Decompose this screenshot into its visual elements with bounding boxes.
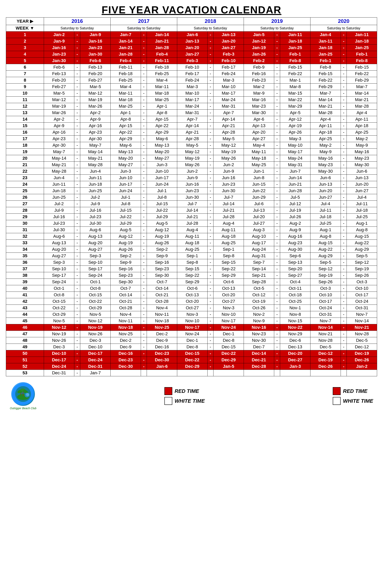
- date-start: Jan-26: [244, 51, 274, 58]
- date-start: Oct-3: [310, 285, 340, 292]
- date-separator: -: [340, 246, 346, 253]
- table-row: 3Jan-16-Jan-23Jan-21-Jan-28Jan-20-Jan-27…: [6, 44, 377, 51]
- date-end: Dec-8: [213, 337, 244, 344]
- date-separator: -: [207, 38, 213, 44]
- date-separator: -: [141, 175, 147, 181]
- date-start: Mar-9: [244, 90, 274, 97]
- date-separator: -: [340, 149, 346, 155]
- date-end: Nov-24: [213, 324, 244, 331]
- date-end: Jul-28: [213, 214, 244, 220]
- date-end: Mar-26: [80, 103, 111, 110]
- date-separator: -: [340, 292, 346, 298]
- date-start: Jul-15: [111, 207, 141, 214]
- logo-area: Outrigger Beach Club: [10, 382, 37, 410]
- date-separator: -: [207, 175, 213, 181]
- svg-point-9: [26, 393, 29, 396]
- date-separator: -: [274, 318, 280, 324]
- date-end: May-6: [147, 136, 177, 142]
- date-separator: -: [274, 214, 280, 220]
- date-end: Jul-5: [280, 194, 310, 201]
- date-end: Dec-24: [80, 357, 111, 363]
- date-start: Jul-28: [177, 220, 208, 227]
- date-start: Feb-27: [44, 84, 74, 90]
- date-separator: -: [74, 44, 80, 51]
- date-end: May-23: [347, 155, 377, 162]
- date-separator: -: [207, 84, 213, 90]
- date-end: Jul-2: [80, 194, 111, 201]
- date-separator: -: [207, 318, 213, 324]
- date-end: Nov-7: [347, 311, 377, 318]
- date-start: Nov-5: [44, 318, 74, 324]
- date-separator: -: [74, 207, 80, 214]
- date-separator: -: [141, 344, 147, 350]
- date-start: Nov-12: [44, 324, 74, 331]
- date-separator: -: [141, 44, 147, 51]
- date-separator: -: [141, 259, 147, 266]
- date-start: Aug-29: [310, 253, 340, 259]
- date-end: Dec-16: [147, 344, 177, 350]
- sub-header-2019: Saturday to Saturday: [244, 25, 310, 32]
- date-end: Mar-3: [213, 77, 244, 84]
- date-start: May-2: [310, 142, 340, 149]
- table-row: 15Apr-9-Apr-16Apr-15-Apr-22Apr-14-Apr-21…: [6, 123, 377, 129]
- date-end: Aug-15: [347, 233, 377, 240]
- table-row: 28Jul-9-Jul-16Jul-15-Jul-22Jul-14-Jul-21…: [6, 207, 377, 214]
- date-start: Nov-24: [177, 331, 208, 337]
- date-start: Dec-16: [111, 350, 141, 357]
- date-start: Jun-30: [177, 194, 208, 201]
- date-separator: -: [207, 142, 213, 149]
- date-separator: -: [340, 214, 346, 220]
- red-box-right: [333, 387, 340, 395]
- date-end: Apr-14: [213, 116, 244, 123]
- date-separator: -: [74, 227, 80, 233]
- date-end: May-10: [280, 142, 310, 149]
- date-end: Oct-11: [280, 285, 310, 292]
- date-separator: -: [340, 279, 346, 285]
- date-start: Aug-5: [111, 227, 141, 233]
- date-separator: -: [141, 305, 147, 311]
- date-end: Oct-14: [147, 285, 177, 292]
- date-separator: -: [274, 305, 280, 311]
- date-start: May-5: [177, 142, 208, 149]
- date-separator: -: [207, 214, 213, 220]
- date-start: Dec-24: [44, 363, 74, 370]
- date-separator: -: [207, 181, 213, 188]
- date-end: Jul-18: [347, 207, 377, 214]
- date-end: Aug-11: [213, 227, 244, 233]
- date-end: Jan-5: [213, 363, 244, 370]
- date-separator: -: [274, 149, 280, 155]
- date-end: Oct-27: [213, 298, 244, 305]
- date-separator: -: [141, 292, 147, 298]
- week-number: 46: [6, 324, 44, 331]
- date-start: [111, 370, 141, 376]
- date-start: May-9: [310, 149, 340, 155]
- date-start: Feb-24: [177, 77, 208, 84]
- date-separator: -: [141, 272, 147, 279]
- date-separator: -: [141, 77, 147, 84]
- date-start: Nov-30: [244, 337, 274, 344]
- sub-header-2020: Saturday to Saturday: [310, 25, 377, 32]
- table-row: 31Jul-30-Aug-6Aug-5-Aug-12Aug-4-Aug-11Au…: [6, 227, 377, 233]
- date-separator: -: [207, 44, 213, 51]
- date-start: Jun-9: [177, 175, 208, 181]
- date-separator: -: [340, 142, 346, 149]
- date-start: Sep-1: [177, 253, 208, 259]
- date-start: Aug-31: [244, 253, 274, 259]
- date-separator: -: [274, 90, 280, 97]
- date-separator: -: [207, 285, 213, 292]
- date-start: Apr-30: [44, 142, 74, 149]
- date-separator: -: [207, 311, 213, 318]
- date-end: Mar-18: [147, 90, 177, 97]
- date-start: Jul-8: [111, 201, 141, 207]
- date-separator: -: [141, 181, 147, 188]
- date-start: Jun-23: [177, 188, 208, 194]
- week-number: 14: [6, 116, 44, 123]
- date-separator: -: [74, 84, 80, 90]
- date-end: Feb-1: [347, 51, 377, 58]
- date-start: Jan-2: [44, 32, 74, 38]
- date-separator: -: [340, 162, 346, 168]
- table-row: 43Oct-22-Oct-29Oct-28-Nov-4Oct-27-Nov-3O…: [6, 305, 377, 311]
- date-separator: -: [340, 305, 346, 311]
- date-end: Aug-1: [347, 220, 377, 227]
- date-separator: -: [274, 32, 280, 38]
